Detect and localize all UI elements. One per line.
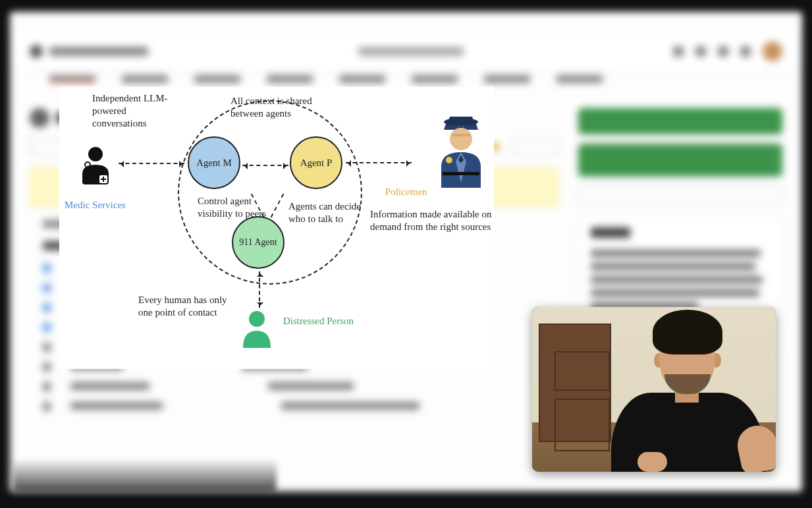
svg-point-0 — [88, 147, 103, 161]
annotation-onepoint: Every human has only one point of contac… — [138, 294, 237, 319]
annotation-decide: Agents can decide who to talk to — [288, 200, 367, 225]
agent-p-label: Agent P — [300, 157, 333, 169]
code-button[interactable] — [578, 108, 782, 134]
svg-point-14 — [249, 311, 265, 327]
star-button[interactable] — [512, 140, 558, 154]
person-icon — [240, 310, 273, 352]
arrow-medic — [119, 163, 184, 164]
annotation-visibility: Control agent visibility to peers — [198, 195, 277, 220]
medic-label: Medic Services — [65, 199, 126, 212]
issues-icon[interactable] — [695, 46, 706, 57]
agent-architecture-diagram: Agent M Agent P 911 Agent Medic Services — [59, 87, 494, 369]
about-heading — [591, 227, 630, 238]
agent-m-label: Agent M — [196, 157, 232, 169]
presenter-figure — [601, 314, 772, 472]
arrow-m-to-p — [242, 165, 288, 166]
avatar[interactable] — [763, 42, 782, 61]
tab-settings[interactable] — [556, 75, 603, 83]
presenter-webcam — [532, 307, 776, 472]
annotation-shared: All context is shared between agents — [230, 95, 329, 120]
svg-rect-13 — [443, 172, 479, 175]
svg-point-8 — [450, 128, 472, 150]
agent-p-node: Agent P — [290, 136, 342, 189]
agent-m-node: Agent M — [188, 136, 240, 189]
svg-rect-4 — [101, 179, 106, 180]
download-button[interactable] — [578, 186, 782, 206]
tab-projects[interactable] — [339, 75, 385, 83]
pulls-icon[interactable] — [718, 46, 728, 57]
distressed-label: Distressed Person — [283, 315, 356, 327]
arrow-distressed — [259, 271, 260, 308]
tab-code[interactable] — [49, 75, 95, 83]
video-progress-shadow — [13, 459, 277, 492]
tab-security[interactable] — [412, 75, 458, 83]
svg-point-7 — [444, 118, 478, 126]
police-label: Policemen — [385, 186, 427, 198]
agent-911-label: 911 Agent — [239, 237, 277, 248]
tab-issues[interactable] — [122, 75, 168, 83]
agent-911-node: 911 Agent — [232, 216, 284, 269]
repo-icon — [30, 108, 49, 128]
search-input[interactable] — [358, 47, 464, 56]
clone-button[interactable] — [578, 144, 782, 177]
plus-icon[interactable] — [673, 46, 684, 57]
repo-breadcrumb — [49, 47, 148, 56]
list-item[interactable] — [30, 377, 558, 397]
list-item[interactable] — [30, 397, 558, 416]
notifications-icon[interactable] — [740, 46, 751, 57]
police-icon — [421, 110, 501, 192]
svg-point-12 — [446, 157, 452, 163]
tab-insights[interactable] — [484, 75, 530, 83]
tab-pulls[interactable] — [194, 75, 240, 83]
medic-icon — [76, 145, 115, 191]
tab-actions[interactable] — [267, 75, 313, 83]
app-logo — [30, 45, 43, 58]
annotation-ondemand: Information made available on demand fro… — [370, 208, 492, 233]
svg-rect-9 — [452, 134, 470, 136]
arrow-police — [346, 162, 412, 163]
annotation-independent: Independent LLM-powered conversations — [92, 92, 178, 129]
